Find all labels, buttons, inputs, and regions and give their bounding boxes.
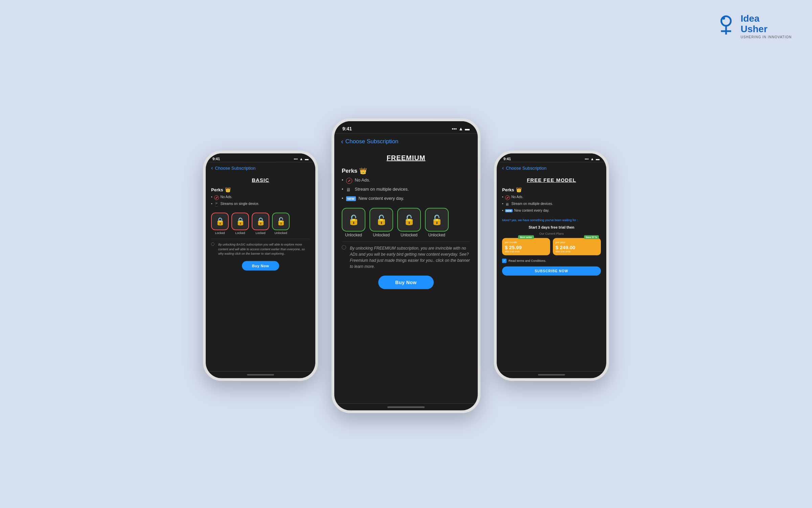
plan-monthly-period: per month (505, 240, 547, 244)
plan-title-fee: FREE FEE MODEL (502, 177, 601, 183)
device-icon-center: 🖥 (346, 187, 352, 193)
perk-device-center: • 🖥 Stream on multiple devices. (342, 187, 470, 193)
lock-item-c4: 🔓 Unlocked (425, 208, 449, 237)
subscribe-button[interactable]: SUBSCRIBE NOW (502, 266, 601, 275)
logo-icon (714, 14, 738, 38)
perks-label-right: Perks (502, 187, 514, 192)
perks-label-left: Perks (211, 187, 223, 192)
perk-no-ads-left: • No Ads. (211, 195, 310, 200)
screen-basic: ‹ Choose Subscription BASIC Perks 👑 • No… (206, 162, 315, 372)
screen-freemium: ‹ Choose Subscription FREEMIUM Perks 👑 •… (334, 133, 478, 404)
desc-radio-center (342, 245, 346, 250)
plan-title-basic: BASIC (211, 177, 310, 183)
plan-yearly[interactable]: Save 57 % per year $ 249.00 after trial … (553, 238, 601, 255)
perks-list-left: • No Ads. • 📱 Streams on single device. (211, 195, 310, 209)
terms-row: ✓ Read terms and Conditions. (502, 258, 601, 263)
no-ads-icon-left (214, 195, 219, 200)
lock-label-c4: Unlocked (428, 233, 445, 237)
description-left: By unlocking BASIC subscription you will… (218, 242, 310, 256)
buy-button-left[interactable]: Buy Now (242, 261, 279, 270)
signal-icon: ▪▪▪ (294, 157, 298, 161)
perks-list-right: • No Ads. • 🖥 Stream on multiple devices… (502, 195, 601, 214)
back-button-center[interactable]: ‹ (341, 137, 343, 145)
device-icon-right: 🖥 (505, 202, 510, 207)
lock-box-1: 🔒 (211, 213, 229, 230)
svg-point-3 (722, 17, 725, 20)
trial-text: Start 3 days free trial then (502, 225, 601, 229)
battery-icon: ▬ (305, 157, 309, 161)
locks-row-left: 🔒 Locked 🔒 Locked 🔒 Locked 🔓 Unlocked (211, 213, 310, 235)
status-icons-center: ▪▪▪ ▲ ▬ (452, 126, 470, 131)
plans-row: Best seller per month $ 25.99 after trai… (502, 238, 601, 255)
back-button-left[interactable]: ‹ (211, 165, 213, 171)
lock-label-c3: Unlocked (401, 233, 418, 237)
divider-center (342, 241, 470, 242)
divider-left (211, 239, 310, 239)
phone-notch-left (240, 153, 281, 161)
lock-item-c1: 🔓 Unlocked (342, 208, 365, 237)
save-badge: Save 57 % (584, 235, 599, 239)
bottom-bar-center (334, 404, 478, 410)
nav-bar-center: ‹ Choose Subscription (334, 133, 478, 149)
phone-freemium: 9:41 ▪▪▪ ▲ ▬ ‹ Choose Subscription FREEM… (332, 119, 480, 413)
time-center: 9:41 (342, 126, 352, 131)
lock-label-c1: Unlocked (345, 233, 362, 237)
lock-item-c2: 🔓 Unlocked (369, 208, 393, 237)
signal-icon-c: ▪▪▪ (452, 126, 457, 131)
locks-row-center: 🔓 Unlocked 🔓 Unlocked 🔓 Unlocked 🔓 Unloc… (342, 208, 470, 237)
plan-yearly-period: per year (556, 240, 598, 244)
lock-label-3: Locked (255, 231, 265, 235)
battery-icon-r: ▬ (596, 157, 600, 161)
status-icons-left: ▪▪▪ ▲ ▬ (294, 157, 309, 161)
screen-fee-model: ‹ Choose Subscription FREE FEE MODEL Per… (497, 162, 606, 372)
battery-icon-c: ▬ (465, 126, 470, 131)
perks-header-center: Perks 👑 (342, 167, 470, 175)
content-fee-model: FREE FEE MODEL Perks 👑 • No Ads. • 🖥 Str… (497, 174, 606, 372)
bottom-indicator-center (387, 406, 425, 408)
device-icon-left: 📱 (214, 202, 219, 207)
nav-title-left: Choose Subscription (215, 165, 255, 170)
nav-title-center: Choose Subscription (345, 138, 399, 145)
phone-fee-model: 9:41 ▪▪▪ ▲ ▬ ‹ Choose Subscription FREE … (494, 151, 609, 381)
perk-device-left: • 📱 Streams on single device. (211, 202, 310, 207)
nav-bar-right: ‹ Choose Subscription (497, 162, 606, 174)
more-text: More? yes, we have something you've been… (502, 218, 601, 223)
nav-bar-left: ‹ Choose Subscription (206, 162, 315, 174)
desc-wrapper-center: By unlocking FREEMIUM subscription, you … (342, 245, 470, 276)
wifi-icon-r: ▲ (590, 157, 594, 161)
time-left: 9:41 (212, 157, 220, 161)
lock-box-c2: 🔓 (369, 208, 393, 232)
crown-icon-center: 👑 (359, 167, 367, 175)
terms-checkbox[interactable]: ✓ (502, 258, 506, 263)
plan-monthly[interactable]: Best seller per month $ 25.99 after trai… (502, 238, 550, 255)
perk-no-ads-right: • No Ads. (502, 195, 601, 200)
lock-label-4: Unlocked (274, 231, 287, 235)
plan-monthly-price: $ 25.99 (505, 244, 547, 250)
lock-box-3: 🔒 (252, 213, 269, 230)
lock-box-4: 🔓 (272, 213, 290, 230)
best-seller-badge: Best seller (518, 235, 534, 239)
perks-header-left: Perks 👑 (211, 187, 310, 192)
phones-container: 9:41 ▪▪▪ ▲ ▬ ‹ Choose Subscription BASIC… (203, 119, 609, 413)
current-plans: Our Current Plans (502, 232, 601, 235)
signal-icon-r: ▪▪▪ (585, 157, 589, 161)
perk-device-right: • 🖥 Stream on multiple devices. (502, 202, 601, 207)
perks-header-right: Perks 👑 (502, 187, 601, 192)
phone-notch-center (381, 121, 431, 131)
no-ads-icon-right (505, 195, 510, 200)
new-icon-right: NEW (505, 209, 513, 212)
plan-title-freemium: FREEMIUM (342, 154, 470, 162)
logo-usher: Usher (741, 24, 792, 35)
lock-box-2: 🔒 (231, 213, 249, 230)
plan-yearly-sub: after trial ends (556, 250, 598, 252)
phone-notch-right (531, 153, 572, 161)
content-freemium: FREEMIUM Perks 👑 • No Ads. • 🖥 Stream on… (334, 149, 478, 404)
buy-button-center[interactable]: Buy Now (378, 276, 433, 289)
lock-box-c4: 🔓 (425, 208, 449, 232)
back-button-right[interactable]: ‹ (502, 165, 504, 171)
lock-label-2: Locked (235, 231, 245, 235)
status-icons-right: ▪▪▪ ▲ ▬ (585, 157, 600, 161)
wifi-icon: ▲ (299, 157, 303, 161)
perk-new-right: • NEW New content every day. (502, 209, 601, 212)
bottom-indicator-right (538, 374, 565, 376)
